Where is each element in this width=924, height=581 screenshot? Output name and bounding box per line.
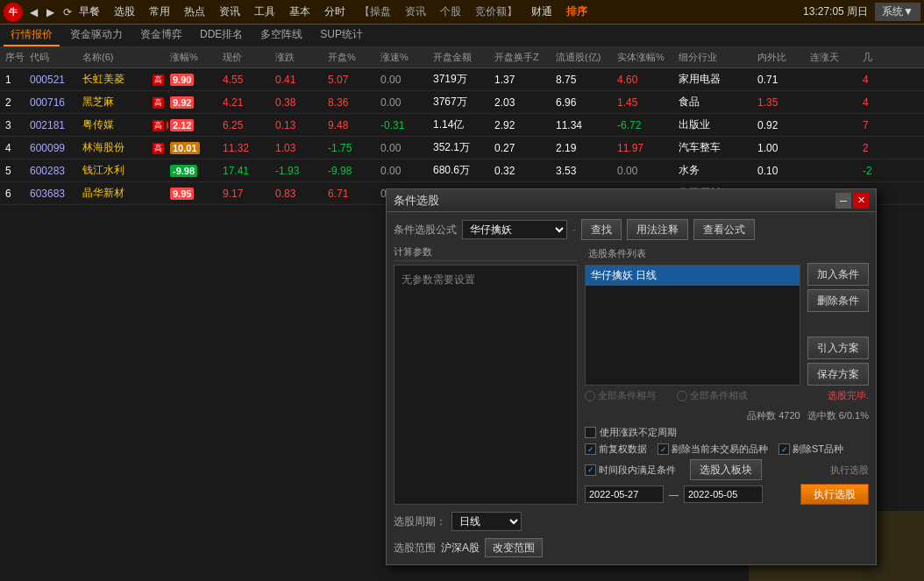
td-name[interactable]: 长虹美菱 bbox=[81, 71, 151, 88]
td-body-change: 4.60 bbox=[615, 73, 677, 87]
td-float-shares: 8.75 bbox=[554, 73, 615, 87]
param-area: 无参数需要设置 bbox=[394, 265, 578, 505]
menu-common[interactable]: 常用 bbox=[146, 3, 174, 21]
td-float-shares: 3.53 bbox=[554, 164, 615, 178]
td-name[interactable]: 林海股份 bbox=[81, 139, 151, 156]
checkbox-exclude-inactive-label: 剔除当前未交易的品种 bbox=[672, 443, 768, 456]
toolbar-items: 早餐 选股 常用 热点 资讯 工具 基本 分时 【操盘 资讯 个股 竞价额】 财… bbox=[75, 3, 803, 21]
td-change: 0.41 bbox=[274, 73, 326, 87]
del-condition-button[interactable]: 删除条件 bbox=[807, 289, 869, 312]
td-days bbox=[808, 102, 861, 103]
execute-button[interactable]: 执行选股 bbox=[800, 484, 869, 505]
save-scheme-button[interactable]: 保存方案 bbox=[807, 363, 869, 386]
import-scheme-button[interactable]: 引入方案 bbox=[807, 337, 869, 359]
tab-sup[interactable]: SUP统计 bbox=[313, 25, 370, 46]
dialog-minimize-button[interactable]: ─ bbox=[835, 193, 851, 209]
period-select[interactable]: 日线 周线 月线 bbox=[451, 512, 522, 531]
menu-news[interactable]: 资讯 bbox=[216, 3, 244, 21]
nav-refresh[interactable]: ⟳ bbox=[60, 4, 75, 20]
right-panel: 选股条件列表 华仔擒妖 日线 加入条件 删除条件 引入方案 保存方案 bbox=[585, 245, 869, 557]
add-condition-button[interactable]: 加入条件 bbox=[807, 263, 869, 286]
tab-capital-game[interactable]: 资金博弈 bbox=[133, 25, 189, 46]
tab-dde-rank[interactable]: DDE排名 bbox=[193, 25, 250, 46]
checkbox-time-range[interactable]: ✓ 时间段内满足条件 bbox=[585, 464, 676, 477]
menu-rank[interactable]: 排序 bbox=[563, 3, 591, 21]
td-body-change: -6.72 bbox=[615, 118, 677, 132]
td-seq: 3 bbox=[4, 118, 28, 132]
checkbox-exclude-st-box[interactable]: ✓ bbox=[778, 443, 790, 455]
calc-params-label: 计算参数 bbox=[394, 245, 578, 261]
right-buttons: 加入条件 删除条件 引入方案 保存方案 bbox=[807, 245, 869, 386]
table-row[interactable]: 1 000521 长虹美菱 高 9.90 4.55 0.41 5.07 0.00… bbox=[0, 68, 924, 91]
system-button[interactable]: 系统▼ bbox=[875, 3, 920, 21]
checkbox-fqdata-box[interactable]: ✓ bbox=[585, 443, 596, 455]
all-or-radio[interactable]: 全部条件相或 bbox=[677, 389, 748, 402]
td-open-amount: 3719万 bbox=[431, 71, 493, 88]
td-open-pct: 8.36 bbox=[326, 96, 379, 110]
menu-price[interactable]: 竞价额】 bbox=[472, 3, 521, 21]
td-count: 2 bbox=[861, 141, 905, 155]
checkbox-fqdata[interactable]: ✓ 前复权数据 bbox=[585, 443, 647, 456]
td-days bbox=[808, 124, 861, 126]
td-tag bbox=[151, 170, 168, 172]
checkbox-exclude-st[interactable]: ✓ 剔除ST品种 bbox=[778, 443, 843, 456]
view-formula-button[interactable]: 查看公式 bbox=[693, 219, 755, 240]
checkbox-time-range-box[interactable]: ✓ bbox=[585, 464, 596, 476]
use-irregular-checkbox[interactable] bbox=[585, 427, 596, 438]
menu-info[interactable]: 资讯 bbox=[402, 3, 430, 21]
change-scope-button[interactable]: 改变范围 bbox=[485, 538, 543, 557]
table-row[interactable]: 4 600099 林海股份 高 10.01 11.32 1.03 -1.75 0… bbox=[0, 137, 924, 159]
formula-select[interactable]: 华仔擒妖 bbox=[462, 220, 567, 239]
tab-quotes[interactable]: 行情报价 bbox=[4, 25, 60, 46]
table-row[interactable]: 3 002181 粤传媒 高R 2.12 6.25 0.13 9.48 -0.3… bbox=[0, 114, 924, 137]
dialog-content: 计算参数 无参数需要设置 选股周期： 日线 周线 月线 选股范围 沪深A股 改变… bbox=[394, 245, 869, 557]
td-industry: 水务 bbox=[677, 162, 756, 179]
formula-row: 条件选股公式 华仔擒妖 - 查找 用法注释 查看公式 bbox=[394, 219, 869, 240]
scope-value: 沪深A股 bbox=[441, 541, 480, 556]
td-industry: 食品 bbox=[677, 94, 756, 110]
menu-tools[interactable]: 工具 bbox=[251, 3, 279, 21]
table-header: 序号 代码 名称(6) 涨幅% 现价 涨跌 开盘% 涨速% 开盘金额 开盘换手Z… bbox=[0, 47, 924, 68]
date-from-input[interactable] bbox=[585, 485, 664, 503]
td-speed: 0.00 bbox=[379, 73, 431, 87]
dialog-close-button[interactable]: ✕ bbox=[853, 193, 869, 209]
td-name[interactable]: 粤传媒 bbox=[81, 117, 151, 133]
td-open-pct: -9.98 bbox=[326, 164, 379, 178]
date-to-input[interactable] bbox=[684, 485, 763, 503]
td-count: -2 bbox=[861, 164, 905, 178]
condition-item[interactable]: 华仔擒妖 日线 bbox=[586, 266, 800, 286]
all-and-radio[interactable]: 全部条件相与 bbox=[585, 389, 656, 402]
menu-hot[interactable]: 热点 bbox=[181, 3, 209, 21]
td-name[interactable]: 钱江水利 bbox=[81, 162, 151, 179]
menu-individual[interactable]: 个股 bbox=[437, 3, 465, 21]
checkbox-exclude-inactive-box[interactable]: ✓ bbox=[657, 443, 669, 455]
tab-long-short[interactable]: 多空阵线 bbox=[253, 25, 309, 46]
nav-forward[interactable]: ▶ bbox=[43, 4, 58, 20]
nav-back[interactable]: ◀ bbox=[26, 4, 41, 20]
search-button[interactable]: 查找 bbox=[581, 219, 622, 240]
table-row[interactable]: 5 600283 钱江水利 -9.98 17.41 -1.93 -9.98 0.… bbox=[0, 159, 924, 182]
td-name[interactable]: 黑芝麻 bbox=[81, 94, 151, 110]
select-plate-button[interactable]: 选股入板块 bbox=[690, 459, 762, 480]
td-name[interactable]: 晶华新材 bbox=[81, 185, 151, 202]
top-toolbar: 牛 ◀ ▶ ⟳ 早餐 选股 常用 热点 资讯 工具 基本 分时 【操盘 资讯 个… bbox=[0, 0, 924, 25]
td-code[interactable]: 600099 bbox=[28, 141, 81, 155]
td-speed: 0.00 bbox=[379, 96, 431, 110]
td-code[interactable]: 603683 bbox=[28, 187, 81, 201]
usage-button[interactable]: 用法注释 bbox=[627, 219, 688, 240]
menu-finance[interactable]: 财通 bbox=[528, 3, 556, 21]
tab-capital-drive[interactable]: 资金驱动力 bbox=[63, 25, 130, 46]
td-float-shares: 11.34 bbox=[554, 118, 615, 132]
menu-basic[interactable]: 基本 bbox=[286, 3, 314, 21]
td-code[interactable]: 000521 bbox=[28, 73, 81, 87]
menu-minute[interactable]: 分时 bbox=[321, 3, 349, 21]
td-code[interactable]: 000716 bbox=[28, 96, 81, 110]
menu-stock-select[interactable]: 选股 bbox=[110, 3, 139, 21]
td-code[interactable]: 002181 bbox=[28, 118, 81, 132]
td-seq: 4 bbox=[4, 141, 28, 155]
checkbox-exclude-inactive[interactable]: ✓ 剔除当前未交易的品种 bbox=[657, 443, 768, 456]
menu-breakfast[interactable]: 早餐 bbox=[75, 3, 103, 21]
use-irregular[interactable]: 使用涨跌不定周期 bbox=[585, 426, 677, 439]
table-row[interactable]: 2 000716 黑芝麻 高 9.92 4.21 0.38 8.36 0.00 … bbox=[0, 91, 924, 114]
td-code[interactable]: 600283 bbox=[28, 164, 81, 178]
